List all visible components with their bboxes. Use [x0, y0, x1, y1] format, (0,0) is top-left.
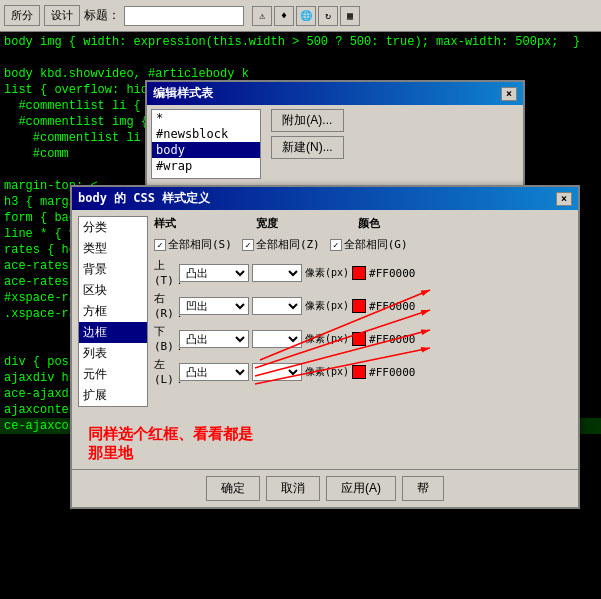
all-same-width-label: 全部相同(Z)	[256, 237, 320, 252]
border-panel: 样式 宽度 颜色 ✓ 全部相同(S) ✓	[154, 216, 572, 407]
dialog-action-btns: 附加(A)... 新建(N)...	[271, 109, 344, 179]
border-top-row: 上(T)： 凸出凹出凸出 像素(px) #FF0000	[154, 258, 572, 288]
code-line-1: body img { width: expression(this.width …	[0, 34, 601, 50]
refresh-icon[interactable]: ↻	[318, 6, 338, 26]
cat-biankuang[interactable]: 边框	[79, 322, 147, 343]
top-color-text: #FF0000	[369, 267, 415, 280]
list-item-body[interactable]: body	[152, 142, 260, 158]
bottom-width-select[interactable]	[252, 330, 302, 348]
css-dialog-close-btn[interactable]: ×	[556, 192, 572, 206]
bottom-style-select[interactable]: 凸出凹出	[179, 330, 249, 348]
right-label: 右(R)：	[154, 291, 176, 321]
grid-icon[interactable]: ▦	[340, 6, 360, 26]
all-same-style-checkbox[interactable]: ✓	[154, 239, 166, 251]
edit-stylesheet-dialog: 编辑样式表 × * #newsblock body #wrap 附加(A)...…	[145, 80, 525, 189]
annotation-line1: 同样选个红框、看看都是	[88, 425, 562, 444]
all-same-width-checkbox[interactable]: ✓	[242, 239, 254, 251]
right-color-box[interactable]	[352, 299, 366, 313]
dialog-titlebar: 编辑样式表 ×	[147, 82, 523, 105]
cancel-btn[interactable]: 取消	[266, 476, 320, 501]
css-dialog-title: body 的 CSS 样式定义	[78, 190, 210, 207]
css-dialog-titlebar: body 的 CSS 样式定义 ×	[72, 187, 578, 210]
right-style-select[interactable]: 凹出凸出	[179, 297, 249, 315]
toolbar-icons: ⚠ ♦ 🌐 ↻ ▦	[252, 6, 360, 26]
top-px-label: 像素(px)	[305, 266, 349, 280]
all-same-color-checkbox[interactable]: ✓	[330, 239, 342, 251]
cat-qukuai[interactable]: 区块	[79, 280, 147, 301]
annotation-text: 同样选个红框、看看都是 那里地	[72, 419, 578, 469]
left-color-box[interactable]	[352, 365, 366, 379]
list-item-wrap[interactable]: #wrap	[152, 158, 260, 174]
toolbar: 所分 设计 标题： ⚠ ♦ 🌐 ↻ ▦	[0, 0, 601, 32]
left-style-select[interactable]: 凸出凹出	[179, 363, 249, 381]
top-width-select[interactable]	[252, 264, 302, 282]
stylesheet-list[interactable]: * #newsblock body #wrap	[151, 109, 261, 179]
left-label: 左(L)：	[154, 357, 176, 387]
bottom-color-text: #FF0000	[369, 333, 415, 346]
css-dialog-footer: 确定 取消 应用(A) 帮	[72, 469, 578, 507]
cat-fenlei[interactable]: 分类	[79, 217, 147, 238]
bottom-color-box[interactable]	[352, 332, 366, 346]
border-bottom-row: 下(B)： 凸出凹出 像素(px) #FF0000	[154, 324, 572, 354]
bottom-label: 下(B)：	[154, 324, 176, 354]
toolbar-btn-design[interactable]: 设计	[44, 5, 80, 26]
top-style-select[interactable]: 凸出凹出凸出	[179, 264, 249, 282]
code-line-2	[0, 50, 601, 66]
top-label: 上(T)：	[154, 258, 176, 288]
dialog-body: * #newsblock body #wrap 附加(A)... 新建(N)..…	[147, 105, 523, 187]
left-width-select[interactable]	[252, 363, 302, 381]
css-dialog-top: 分类 类型 背景 区块 方框 边框 列表 元件 扩展 样式 宽度	[78, 216, 572, 407]
attach-btn[interactable]: 附加(A)...	[271, 109, 344, 132]
css-dialog-body: 分类 类型 背景 区块 方框 边框 列表 元件 扩展 样式 宽度	[72, 210, 578, 419]
right-color-text: #FF0000	[369, 300, 415, 313]
border-left-row: 左(L)： 凸出凹出 像素(px) #FF0000	[154, 357, 572, 387]
style-col-header: 样式	[154, 216, 176, 231]
left-px-label: 像素(px)	[305, 365, 349, 379]
annotation-line2: 那里地	[88, 444, 562, 463]
toolbar-btn-split[interactable]: 所分	[4, 5, 40, 26]
ok-btn[interactable]: 确定	[206, 476, 260, 501]
cat-kuozhan[interactable]: 扩展	[79, 385, 147, 406]
all-same-color-label: 全部相同(G)	[344, 237, 408, 252]
right-px-label: 像素(px)	[305, 299, 349, 313]
list-item-star[interactable]: *	[152, 110, 260, 126]
title-input[interactable]	[124, 6, 244, 26]
left-color-text: #FF0000	[369, 366, 415, 379]
new-btn[interactable]: 新建(N)...	[271, 136, 344, 159]
category-list[interactable]: 分类 类型 背景 区块 方框 边框 列表 元件 扩展	[78, 216, 148, 407]
top-color-box[interactable]	[352, 266, 366, 280]
cat-beijing[interactable]: 背景	[79, 259, 147, 280]
help-btn[interactable]: 帮	[402, 476, 444, 501]
border-right-row: 右(R)： 凹出凸出 像素(px) #FF0000	[154, 291, 572, 321]
cat-fangkuang[interactable]: 方框	[79, 301, 147, 322]
color-col-header: 颜色	[358, 216, 380, 231]
globe-icon[interactable]: 🌐	[296, 6, 316, 26]
dialog-title: 编辑样式表	[153, 85, 213, 102]
cat-leixing[interactable]: 类型	[79, 238, 147, 259]
cat-liebiao[interactable]: 列表	[79, 343, 147, 364]
apply-btn[interactable]: 应用(A)	[326, 476, 396, 501]
all-same-row: ✓ 全部相同(S) ✓ 全部相同(Z) ✓ 全部相同(G)	[154, 237, 572, 252]
border-sides: 上(T)： 凸出凹出凸出 像素(px) #FF0000 右(R)：	[154, 258, 572, 387]
dialog-close-btn[interactable]: ×	[501, 87, 517, 101]
list-item-newsblock[interactable]: #newsblock	[152, 126, 260, 142]
all-same-style-label: 全部相同(S)	[168, 237, 232, 252]
all-same-color-group: ✓ 全部相同(G)	[330, 237, 408, 252]
panel-headers: 样式 宽度 颜色	[154, 216, 572, 231]
diamond-icon[interactable]: ♦	[274, 6, 294, 26]
all-same-style-group: ✓ 全部相同(S)	[154, 237, 232, 252]
warn-icon[interactable]: ⚠	[252, 6, 272, 26]
cat-yuanjian[interactable]: 元件	[79, 364, 147, 385]
right-width-select[interactable]	[252, 297, 302, 315]
css-definition-dialog: body 的 CSS 样式定义 × 分类 类型 背景 区块 方框 边框 列表 元…	[70, 185, 580, 509]
bottom-px-label: 像素(px)	[305, 332, 349, 346]
width-col-header: 宽度	[256, 216, 278, 231]
all-same-width-group: ✓ 全部相同(Z)	[242, 237, 320, 252]
title-label: 标题：	[84, 7, 120, 24]
dialog-list-area: * #newsblock body #wrap 附加(A)... 新建(N)..…	[151, 109, 519, 179]
